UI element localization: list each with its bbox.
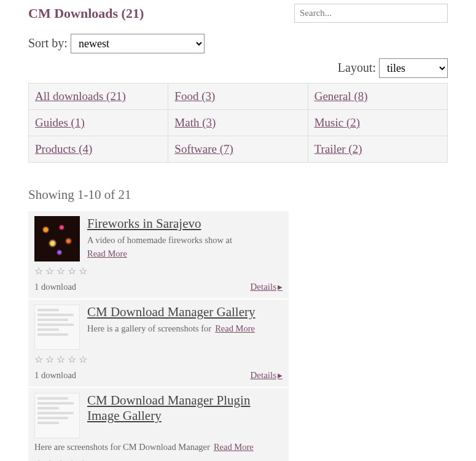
- layout-select[interactable]: tiles: [379, 58, 448, 78]
- showing-count: Showing 1-10 of 21: [28, 187, 448, 203]
- page-title: CM Downloads (21): [28, 6, 144, 21]
- category-link[interactable]: General (8): [314, 90, 368, 103]
- category-link[interactable]: Guides (1): [35, 116, 85, 129]
- read-more-link[interactable]: Read More: [87, 249, 283, 259]
- read-more-link[interactable]: Read More: [215, 323, 255, 333]
- category-link[interactable]: Software (7): [174, 142, 233, 155]
- sort-label: Sort by:: [28, 36, 68, 50]
- sort-select[interactable]: newest: [71, 34, 205, 53]
- chevron-right-icon: ▶: [278, 372, 283, 379]
- list-item: CM Download Manager Plugin Image Gallery…: [28, 388, 289, 461]
- search-input[interactable]: [294, 4, 448, 23]
- rating-stars[interactable]: ☆☆☆☆☆: [34, 458, 283, 461]
- download-count: 1 download: [34, 370, 76, 381]
- item-description: A video of homemade fireworks show at: [87, 234, 283, 247]
- details-link[interactable]: Details▶: [251, 282, 283, 292]
- item-title-link[interactable]: CM Download Manager Plugin Image Gallery: [87, 393, 283, 424]
- item-title-link[interactable]: Fireworks in Sarajevo: [87, 216, 201, 231]
- item-thumbnail: [34, 393, 80, 438]
- category-table: All downloads (21) Food (3) General (8) …: [28, 83, 448, 163]
- read-more-link[interactable]: Read More: [214, 442, 254, 452]
- chevron-right-icon: ▶: [278, 284, 283, 290]
- item-description: Here are screenshots for CM Download Man…: [34, 441, 283, 454]
- details-link[interactable]: Details▶: [251, 370, 283, 381]
- category-link[interactable]: Food (3): [174, 90, 215, 103]
- item-description: Here is a gallery of screenshots forRead…: [87, 322, 283, 336]
- list-item: Fireworks in Sarajevo A video of homemad…: [28, 211, 289, 298]
- category-link[interactable]: Math (3): [174, 116, 216, 129]
- item-thumbnail: [34, 304, 80, 350]
- rating-stars[interactable]: ☆☆☆☆☆: [34, 265, 283, 277]
- item-thumbnail: [34, 216, 80, 261]
- category-link[interactable]: Products (4): [35, 142, 92, 155]
- download-count: 1 download: [34, 282, 76, 292]
- rating-stars[interactable]: ☆☆☆☆☆: [34, 354, 283, 365]
- layout-label: Layout:: [338, 61, 376, 74]
- item-title-link[interactable]: CM Download Manager Gallery: [87, 304, 256, 320]
- category-link[interactable]: Trailer (2): [314, 142, 362, 155]
- category-link[interactable]: Music (2): [314, 116, 360, 129]
- list-item: CM Download Manager Gallery Here is a ga…: [28, 300, 289, 387]
- category-link[interactable]: All downloads (21): [35, 90, 126, 103]
